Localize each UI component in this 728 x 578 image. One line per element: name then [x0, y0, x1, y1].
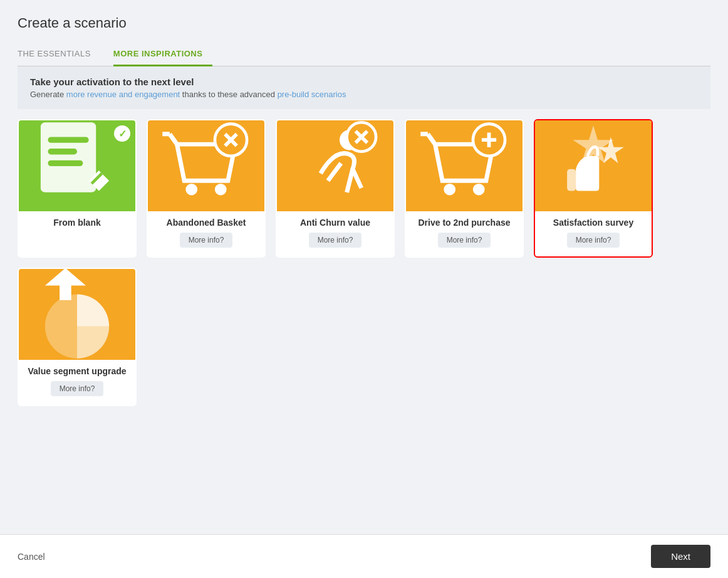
more-info-anti-churn[interactable]: More info?: [309, 233, 362, 248]
more-info-abandoned-basket[interactable]: More info?: [180, 233, 233, 248]
satisfaction-survey-icon: [535, 119, 652, 224]
cards-row-1: ✓ From blank: [18, 119, 710, 258]
card-from-blank[interactable]: ✓ From blank: [18, 119, 137, 258]
card-anti-churn[interactable]: Anti Churn value More info?: [276, 119, 395, 258]
anti-churn-icon: [277, 119, 393, 224]
value-segment-icon: [19, 268, 135, 373]
svg-point-18: [473, 183, 485, 195]
tabs-bar: THE ESSENTIALS MORE INSPIRATIONS: [18, 43, 710, 66]
footer: Cancel Next: [0, 534, 728, 578]
svg-rect-24: [567, 169, 576, 191]
page-title: Create a scenario: [18, 15, 710, 31]
svg-line-15: [428, 134, 435, 144]
svg-rect-1: [48, 137, 89, 142]
card-image-anti-churn: [277, 120, 393, 211]
cards-row-2: Value segment upgrade More info?: [18, 268, 710, 406]
card-abandoned-basket[interactable]: Abandoned Basket More info?: [147, 119, 266, 258]
card-satisfaction-survey[interactable]: Satisfaction survey More info?: [534, 119, 653, 258]
abandoned-basket-icon: [148, 119, 264, 224]
svg-point-17: [444, 183, 455, 195]
drive-2nd-icon: [406, 119, 523, 224]
section-subtext: Generate more revenue and engagement tha…: [30, 90, 698, 99]
tab-inspirations[interactable]: MORE INSPIRATIONS: [113, 43, 213, 66]
more-info-satisfaction-survey[interactable]: More info?: [567, 233, 620, 248]
next-button[interactable]: Next: [651, 545, 710, 568]
more-info-drive-2nd[interactable]: More info?: [438, 233, 491, 248]
check-badge: ✓: [114, 125, 130, 142]
section-heading: Take your activation to the next level: [30, 76, 698, 87]
card-drive-2nd[interactable]: Drive to 2nd purchase More info?: [405, 119, 524, 258]
main-content: Create a scenario THE ESSENTIALS MORE IN…: [0, 0, 728, 534]
svg-rect-0: [41, 122, 96, 192]
svg-rect-2: [48, 149, 78, 154]
card-value-segment[interactable]: Value segment upgrade More info?: [18, 268, 137, 406]
svg-line-4: [170, 134, 177, 144]
svg-point-7: [215, 183, 227, 195]
card-image-from-blank: ✓: [19, 120, 135, 211]
card-image-satisfaction-survey: [535, 120, 652, 211]
svg-point-6: [185, 183, 197, 195]
inspiration-section: Take your activation to the next level G…: [18, 66, 710, 109]
more-info-value-segment[interactable]: More info?: [51, 381, 104, 396]
cancel-button[interactable]: Cancel: [18, 552, 45, 562]
card-image-abandoned-basket: [148, 120, 264, 211]
tab-essentials[interactable]: THE ESSENTIALS: [18, 43, 101, 66]
card-image-drive-2nd: [406, 120, 523, 211]
svg-rect-3: [48, 160, 83, 166]
card-image-value-segment: [19, 269, 135, 360]
